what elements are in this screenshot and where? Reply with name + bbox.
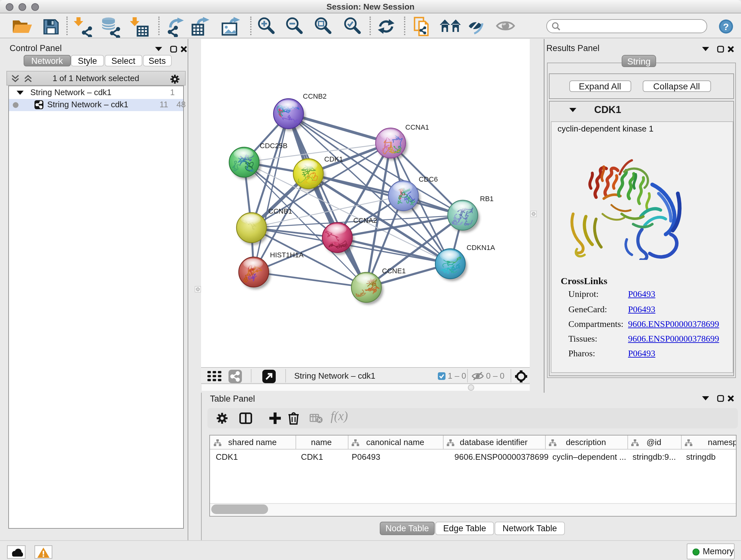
svg-text:CDK1: CDK1 (324, 155, 343, 163)
svg-text:CDC25B: CDC25B (260, 142, 287, 150)
svg-text:CCNA1: CCNA1 (405, 123, 429, 131)
svg-text:CDC6: CDC6 (419, 175, 438, 183)
svg-text:CCNE1: CCNE1 (382, 267, 406, 275)
svg-text:CCNB1: CCNB1 (268, 207, 292, 215)
svg-text:HIST1H1A: HIST1H1A (270, 251, 304, 259)
svg-text:CCNA2: CCNA2 (353, 216, 377, 225)
svg-text:CCNB2: CCNB2 (303, 92, 327, 100)
svg-text:CDKN1A: CDKN1A (467, 244, 495, 252)
svg-text:?: ? (723, 21, 729, 32)
svg-text:RB1: RB1 (480, 195, 494, 203)
